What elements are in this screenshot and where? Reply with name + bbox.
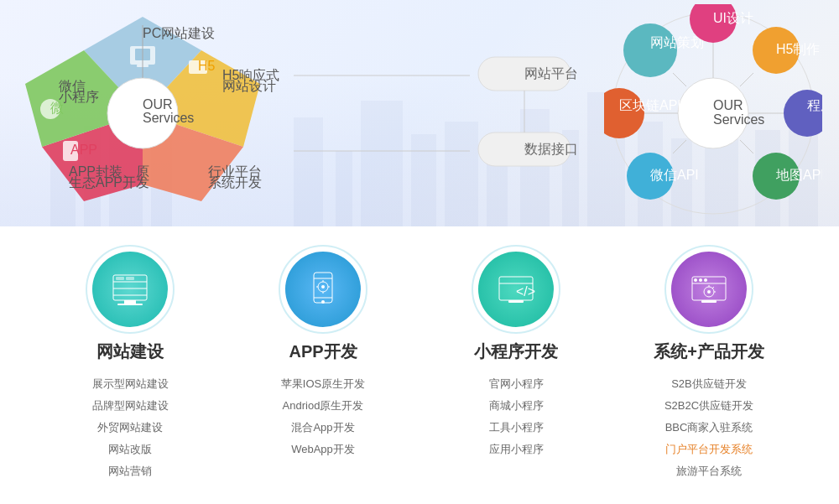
- website-item-2: 品牌型网站建设: [92, 395, 169, 417]
- system-item-5: 旅游平台系统: [664, 460, 753, 482]
- svg-point-88: [321, 300, 325, 304]
- svg-text:系统开发: 系统开发: [208, 175, 262, 190]
- system-item-3: BBC商家入驻系统: [664, 417, 753, 439]
- svg-rect-106: [701, 300, 717, 303]
- app-title: APP开发: [289, 340, 357, 363]
- left-pentagon-diagram: PC网站建设 H5 H5响应式 网站设计 APP APP封装、原 生态APP开发…: [0, 0, 285, 226]
- svg-rect-98: [508, 300, 524, 303]
- svg-rect-83: [116, 277, 124, 280]
- system-icon: [688, 268, 730, 310]
- system-title: 系统+产品开发: [654, 340, 764, 363]
- pentagon-svg: PC网站建设 H5 H5响应式 网站设计 APP APP封装、原 生态APP开发…: [0, 0, 285, 226]
- system-items: S2B供应链开发 S2B2C供应链开发 BBC商家入驻系统 门户平台开发系统 旅…: [664, 373, 753, 482]
- system-item-2: S2B2C供应链开发: [664, 395, 753, 417]
- right-circle-diagram: OUR Services 网站策划 UI设计 H5制作 程序+编辑: [604, 4, 822, 222]
- svg-text:H5: H5: [198, 59, 216, 73]
- svg-text:Services: Services: [713, 112, 764, 127]
- svg-text:微: 微: [50, 101, 64, 115]
- svg-rect-82: [117, 304, 143, 305]
- website-item-3: 外贸网站建设: [92, 417, 169, 439]
- miniprogram-item-4: 应用小程序: [489, 439, 544, 460]
- svg-text:生态APP开发: 生态APP开发: [69, 175, 149, 190]
- svg-point-107: [694, 278, 697, 282]
- app-item-4: WebApp开发: [281, 439, 365, 460]
- app-icon: [302, 268, 344, 310]
- website-icon: [109, 268, 151, 310]
- app-item-1: 苹果IOS原生开发: [281, 373, 365, 395]
- app-item-2: Andriod原生开发: [281, 395, 365, 417]
- middle-connector: 网站平台 数据接口: [285, 17, 604, 210]
- website-icon-circle: [92, 252, 168, 327]
- website-item-4: 网站改版: [92, 439, 169, 460]
- svg-line-70: [740, 140, 753, 153]
- website-item-1: 展示型网站建设: [92, 373, 169, 395]
- svg-text:</>: </>: [516, 284, 535, 299]
- svg-line-73: [673, 140, 686, 153]
- svg-rect-99: [692, 277, 726, 300]
- svg-text:小程序: 小程序: [59, 90, 99, 104]
- svg-point-108: [699, 278, 702, 282]
- miniprogram-icon-circle: </>: [478, 252, 554, 327]
- svg-text:PC网站建设: PC网站建设: [143, 26, 215, 40]
- right-circle-svg: OUR Services 网站策划 UI设计 H5制作 程序+编辑: [604, 4, 822, 222]
- svg-rect-85: [314, 273, 332, 303]
- svg-rect-81: [124, 300, 136, 304]
- svg-text:APP: APP: [70, 143, 97, 157]
- svg-text:数据接口: 数据接口: [524, 142, 578, 156]
- svg-point-65: [784, 90, 822, 137]
- miniprogram-item-3: 工具小程序: [489, 417, 544, 439]
- system-icon-circle: [671, 252, 747, 327]
- svg-line-58: [673, 73, 686, 86]
- svg-point-89: [318, 282, 328, 292]
- app-item-3: 混合App开发: [281, 417, 365, 439]
- svg-text:微信API: 微信API: [650, 168, 699, 182]
- svg-text:OUR: OUR: [143, 97, 173, 112]
- svg-text:区块链API: 区块链API: [619, 98, 681, 112]
- svg-line-104: [712, 287, 714, 288]
- bottom-section: 网站建设 展示型网站建设 品牌型网站建设 外贸网站建设 网站改版 网站营销: [0, 226, 839, 504]
- svg-rect-95: [499, 277, 533, 300]
- svg-text:网站平台: 网站平台: [524, 66, 578, 81]
- svg-text:OUR: OUR: [713, 98, 743, 112]
- svg-point-109: [704, 278, 707, 282]
- app-icon-circle: [285, 252, 361, 327]
- svg-text:地图API: 地图API: [775, 168, 822, 182]
- service-card-app: APP开发 苹果IOS原生开发 Andriod原生开发 混合App开发 WebA…: [235, 252, 411, 460]
- svg-line-64: [740, 73, 753, 86]
- service-card-system: 系统+产品开发 S2B供应链开发 S2B2C供应链开发 BBC商家入驻系统 门户…: [621, 252, 797, 482]
- system-item-4: 门户平台开发系统: [664, 439, 753, 460]
- svg-text:UI设计: UI设计: [713, 11, 753, 25]
- website-title: 网站建设: [96, 340, 164, 363]
- system-item-1: S2B供应链开发: [664, 373, 753, 395]
- svg-point-101: [704, 287, 714, 297]
- svg-rect-77: [113, 275, 147, 300]
- miniprogram-items: 官网小程序 商城小程序 工具小程序 应用小程序: [489, 373, 544, 460]
- website-items: 展示型网站建设 品牌型网站建设 外贸网站建设 网站改版 网站营销: [92, 373, 169, 482]
- service-card-miniprogram: </> 小程序开发 官网小程序 商城小程序 工具小程序 应用小程序: [428, 252, 604, 460]
- svg-text:Services: Services: [143, 111, 194, 125]
- svg-point-102: [707, 290, 711, 294]
- miniprogram-item-2: 商城小程序: [489, 395, 544, 417]
- connector-svg: 网站平台 数据接口: [285, 17, 604, 210]
- svg-text:网站策划: 网站策划: [650, 35, 704, 49]
- website-item-5: 网站营销: [92, 460, 169, 482]
- svg-text:程序+编辑: 程序+编辑: [807, 98, 822, 112]
- svg-point-74: [604, 88, 644, 138]
- miniprogram-item-1: 官网小程序: [489, 373, 544, 395]
- top-section: PC网站建设 H5 H5响应式 网站设计 APP APP封装、原 生态APP开发…: [0, 0, 839, 226]
- svg-text:H5制作: H5制作: [776, 42, 820, 56]
- miniprogram-title: 小程序开发: [474, 340, 558, 363]
- miniprogram-icon: </>: [495, 268, 537, 310]
- svg-point-90: [321, 285, 325, 288]
- svg-text:网站设计: 网站设计: [222, 79, 276, 93]
- svg-point-56: [623, 23, 677, 77]
- app-items: 苹果IOS原生开发 Andriod原生开发 混合App开发 WebApp开发: [281, 373, 365, 460]
- service-card-website: 网站建设 展示型网站建设 品牌型网站建设 外贸网站建设 网站改版 网站营销: [42, 252, 218, 482]
- svg-rect-84: [126, 277, 134, 280]
